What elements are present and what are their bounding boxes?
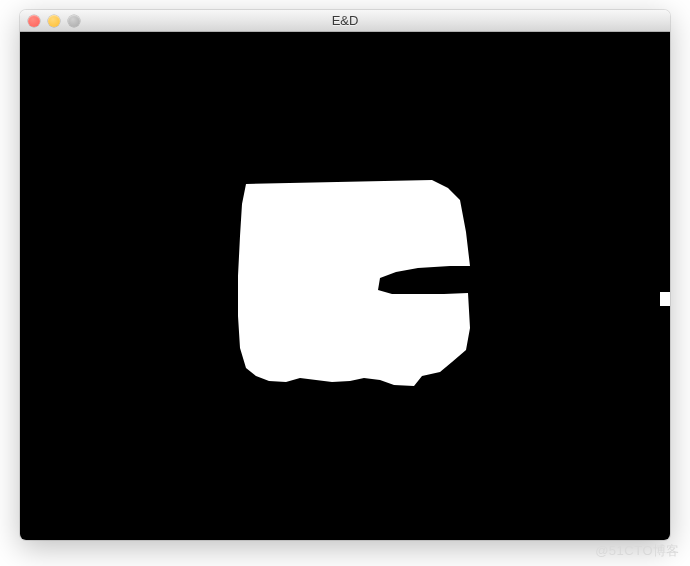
maximize-icon[interactable] [68,15,80,27]
minimize-icon[interactable] [48,15,60,27]
traffic-lights [20,15,80,27]
watermark-text: @51CTO博客 [595,542,680,560]
close-icon[interactable] [28,15,40,27]
image-viewport [20,32,670,540]
binary-blob-speck [660,292,670,306]
titlebar[interactable]: E&D [20,10,670,32]
binary-blob-main [20,32,670,540]
window-title: E&D [20,13,670,28]
app-window: E&D [20,10,670,540]
